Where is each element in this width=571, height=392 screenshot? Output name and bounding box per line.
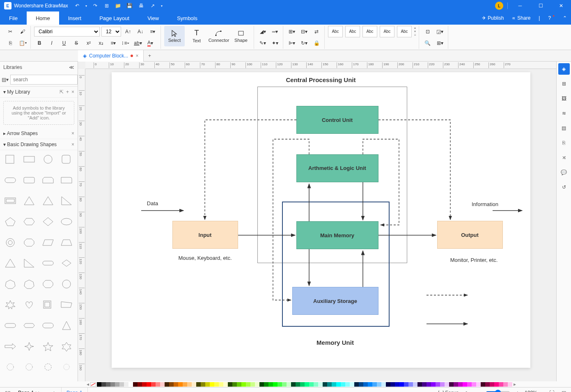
shape-round-rect[interactable] [21,174,37,187]
shape-donut[interactable] [2,236,18,249]
crop-button[interactable]: ◲▾ [435,27,445,37]
shape-star5[interactable] [40,340,56,353]
color-swatch[interactable] [273,382,277,387]
color-swatch[interactable] [246,382,250,387]
color-swatch[interactable] [119,382,124,387]
ungroup-button[interactable]: ⊟▾ [299,27,310,37]
color-swatch[interactable] [300,382,305,387]
shape-tool-button[interactable]: Shape [231,26,251,46]
new-button[interactable]: ⊞ [103,2,111,10]
color-swatch[interactable] [381,382,386,387]
input-box[interactable]: Input [172,221,238,249]
shape-hex2[interactable] [21,319,37,332]
document-tab[interactable]: ◈ Computer Block... × [78,50,144,62]
shape-ellipse[interactable] [59,215,74,228]
color-swatch[interactable] [499,382,503,387]
color-swatch[interactable] [332,382,336,387]
export-button[interactable]: ↗ [149,2,157,10]
comment-panel-button[interactable]: 💬 [558,167,570,178]
history-panel-button[interactable]: ↺ [558,181,570,193]
shuffle-panel-button[interactable]: ⤨ [558,152,570,163]
outline-panel-button[interactable]: ▤ [558,122,570,134]
color-swatch[interactable] [160,382,165,387]
fullscreen-button[interactable]: ▣ [560,389,568,392]
shape-parallelogram[interactable] [40,236,56,249]
superscript-button[interactable]: x² [83,38,94,48]
color-swatch[interactable] [237,382,241,387]
color-swatch[interactable] [115,382,119,387]
section-arrow-shapes[interactable]: ▸ Arrow Shapes × [0,128,78,139]
color-swatch[interactable] [287,382,291,387]
color-swatch[interactable] [133,382,138,387]
font-size-select[interactable]: 12 [101,27,121,37]
shape-pentagon[interactable] [2,215,18,228]
color-swatch[interactable] [458,382,463,387]
decrease-font-button[interactable]: A↓ [135,27,146,37]
shape-burst[interactable] [2,360,18,374]
color-swatch[interactable] [327,382,332,387]
color-swatch[interactable] [481,382,485,387]
shape-tab[interactable] [59,174,74,187]
color-swatch[interactable] [142,382,147,387]
colorbar-right-arrow[interactable]: ▸ [512,381,517,387]
info-label[interactable]: Information [461,201,510,207]
close-section-icon[interactable]: × [71,131,74,136]
color-swatch[interactable] [296,382,300,387]
color-swatch[interactable] [377,382,381,387]
cut-button[interactable]: ✂ [5,27,16,37]
image-panel-button[interactable]: 🖼 [558,93,570,104]
color-swatch[interactable] [187,382,192,387]
input-sub-label[interactable]: Mouse, Keyboard, etc. [172,255,238,261]
tab-view[interactable]: View [138,11,168,25]
shape-rhombus[interactable] [59,257,74,270]
color-swatch[interactable] [404,382,408,387]
close-button[interactable]: ✕ [553,0,569,11]
color-swatch[interactable] [277,382,282,387]
shape-pill[interactable] [2,174,18,187]
shape-rect[interactable] [21,153,37,166]
shape-burst2[interactable] [21,360,37,374]
color-swatch[interactable] [255,382,259,387]
color-swatch[interactable] [201,382,205,387]
user-avatar[interactable]: L [495,2,503,10]
color-swatch[interactable] [151,382,156,387]
align-text-button[interactable]: ≡▾ [147,27,158,37]
color-swatch[interactable] [449,382,454,387]
alu-box[interactable]: Arthmetic & Logic Unit [296,154,378,182]
zoom-button[interactable]: 🔍 [422,38,433,48]
subscript-button[interactable]: x₂ [96,38,106,48]
select-tool-button[interactable]: Select [164,26,185,46]
library-menu-button[interactable]: ▤▾ [2,75,9,85]
shape-tri4[interactable] [21,257,37,270]
shape-star4[interactable] [21,340,37,353]
publish-button[interactable]: ✈Publish [478,15,508,21]
layers-panel-button[interactable]: ≋ [558,108,570,119]
style-up[interactable]: ▴ [414,26,416,30]
color-swatch[interactable] [454,382,458,387]
output-sub-label[interactable]: Monitor, Printer, etc. [437,257,511,263]
zoom-in-button[interactable]: + [514,389,521,392]
page-canvas[interactable]: Central Processing Unit Control Unit Art… [112,72,530,368]
color-swatch[interactable] [214,382,219,387]
zoom-out-button[interactable]: − [475,389,482,392]
color-swatch[interactable] [399,382,404,387]
color-swatch[interactable] [205,382,210,387]
tab-symbols[interactable]: Symbols [168,11,206,25]
open-button[interactable]: 📁 [114,2,122,10]
bullets-button[interactable]: ≡▾ [108,38,119,48]
close-section-icon[interactable]: × [71,142,74,147]
output-box[interactable]: Output [437,221,503,249]
color-swatch[interactable] [467,382,472,387]
color-swatch[interactable] [323,382,327,387]
lock-button[interactable]: 🔒 [311,38,322,48]
color-swatch[interactable] [427,382,431,387]
color-swatch[interactable] [97,382,101,387]
shape-square[interactable] [2,153,18,166]
print-button[interactable]: 🖶 [137,2,145,10]
quick-style-5[interactable]: Abc [397,26,412,37]
focus-button[interactable]: [○] Focus [436,389,460,392]
shape-rounded[interactable] [59,153,74,166]
color-swatch[interactable] [128,382,133,387]
color-swatch[interactable] [124,382,128,387]
color-swatch[interactable] [309,382,314,387]
